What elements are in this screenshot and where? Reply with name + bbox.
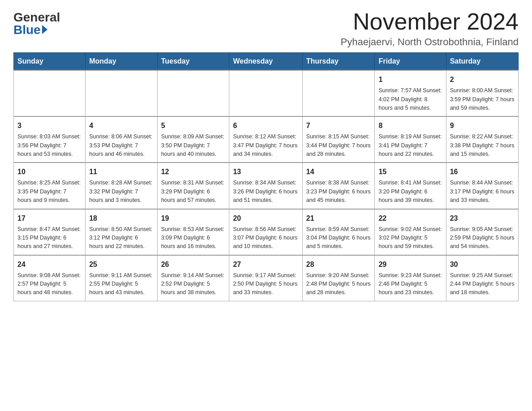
day-info: Sunrise: 8:38 AM Sunset: 3:23 PM Dayligh… — [306, 179, 371, 205]
day-info: Sunrise: 9:25 AM Sunset: 2:44 PM Dayligh… — [450, 271, 515, 297]
day-number: 16 — [450, 167, 515, 177]
day-number: 9 — [450, 120, 515, 131]
calendar-table: SundayMondayTuesdayWednesdayThursdayFrid… — [13, 52, 519, 301]
day-info: Sunrise: 7:57 AM Sunset: 4:02 PM Dayligh… — [378, 86, 442, 112]
calendar-cell: 8Sunrise: 8:19 AM Sunset: 3:41 PM Daylig… — [375, 116, 446, 163]
logo-blue-text: Blue — [13, 24, 47, 36]
weekday-header-saturday: Saturday — [446, 53, 518, 71]
calendar-week-row: 10Sunrise: 8:25 AM Sunset: 3:35 PM Dayli… — [14, 163, 519, 209]
calendar-cell: 20Sunrise: 8:56 AM Sunset: 3:07 PM Dayli… — [229, 209, 302, 255]
calendar-cell: 1Sunrise: 7:57 AM Sunset: 4:02 PM Daylig… — [375, 70, 446, 116]
calendar-cell: 5Sunrise: 8:09 AM Sunset: 3:50 PM Daylig… — [157, 116, 229, 163]
calendar-cell: 12Sunrise: 8:31 AM Sunset: 3:29 PM Dayli… — [157, 163, 229, 209]
logo: General Blue — [13, 9, 60, 36]
day-number: 21 — [306, 213, 371, 224]
page-header: General Blue November 2024 Pyhaejaervi, … — [13, 9, 519, 48]
calendar-cell: 3Sunrise: 8:03 AM Sunset: 3:56 PM Daylig… — [14, 116, 86, 163]
calendar-cell: 29Sunrise: 9:23 AM Sunset: 2:46 PM Dayli… — [375, 255, 446, 301]
day-info: Sunrise: 8:50 AM Sunset: 3:12 PM Dayligh… — [89, 225, 153, 251]
calendar-cell: 15Sunrise: 8:41 AM Sunset: 3:20 PM Dayli… — [375, 163, 446, 209]
day-number: 18 — [89, 213, 153, 224]
calendar-week-row: 24Sunrise: 9:08 AM Sunset: 2:57 PM Dayli… — [14, 255, 519, 301]
calendar-cell: 24Sunrise: 9:08 AM Sunset: 2:57 PM Dayli… — [14, 255, 86, 301]
day-info: Sunrise: 8:09 AM Sunset: 3:50 PM Dayligh… — [161, 133, 226, 158]
day-info: Sunrise: 8:06 AM Sunset: 3:53 PM Dayligh… — [89, 133, 153, 158]
day-number: 17 — [17, 213, 82, 224]
calendar-cell: 26Sunrise: 9:14 AM Sunset: 2:52 PM Dayli… — [157, 255, 229, 301]
calendar-cell — [229, 70, 302, 116]
day-number: 30 — [450, 259, 515, 270]
day-number: 7 — [306, 120, 371, 131]
day-number: 10 — [17, 167, 82, 177]
day-info: Sunrise: 9:17 AM Sunset: 2:50 PM Dayligh… — [233, 271, 298, 297]
calendar-cell — [14, 70, 86, 116]
calendar-cell — [86, 70, 157, 116]
calendar-cell: 6Sunrise: 8:12 AM Sunset: 3:47 PM Daylig… — [229, 116, 302, 163]
calendar-cell: 21Sunrise: 8:59 AM Sunset: 3:04 PM Dayli… — [302, 209, 375, 255]
day-info: Sunrise: 8:59 AM Sunset: 3:04 PM Dayligh… — [306, 225, 371, 251]
day-info: Sunrise: 8:00 AM Sunset: 3:59 PM Dayligh… — [450, 86, 515, 112]
day-info: Sunrise: 9:14 AM Sunset: 2:52 PM Dayligh… — [161, 271, 226, 297]
day-info: Sunrise: 9:23 AM Sunset: 2:46 PM Dayligh… — [378, 271, 442, 297]
day-info: Sunrise: 8:41 AM Sunset: 3:20 PM Dayligh… — [378, 179, 442, 205]
day-number: 15 — [378, 167, 442, 177]
day-number: 20 — [233, 213, 298, 224]
calendar-cell: 16Sunrise: 8:44 AM Sunset: 3:17 PM Dayli… — [446, 163, 518, 209]
calendar-cell: 7Sunrise: 8:15 AM Sunset: 3:44 PM Daylig… — [302, 116, 375, 163]
day-number: 6 — [233, 120, 298, 131]
weekday-header-thursday: Thursday — [302, 53, 375, 71]
calendar-cell: 13Sunrise: 8:34 AM Sunset: 3:26 PM Dayli… — [229, 163, 302, 209]
day-number: 5 — [161, 120, 226, 131]
calendar-cell: 30Sunrise: 9:25 AM Sunset: 2:44 PM Dayli… — [446, 255, 518, 301]
day-number: 11 — [89, 167, 153, 177]
calendar-cell: 2Sunrise: 8:00 AM Sunset: 3:59 PM Daylig… — [446, 70, 518, 116]
calendar-week-row: 17Sunrise: 8:47 AM Sunset: 3:15 PM Dayli… — [14, 209, 519, 255]
calendar-cell — [157, 70, 229, 116]
day-info: Sunrise: 8:19 AM Sunset: 3:41 PM Dayligh… — [378, 133, 442, 158]
weekday-header-sunday: Sunday — [14, 53, 86, 71]
calendar-cell: 25Sunrise: 9:11 AM Sunset: 2:55 PM Dayli… — [86, 255, 157, 301]
day-number: 27 — [233, 259, 298, 270]
weekday-header-monday: Monday — [86, 53, 157, 71]
calendar-cell: 11Sunrise: 8:28 AM Sunset: 3:32 PM Dayli… — [86, 163, 157, 209]
day-number: 22 — [378, 213, 442, 224]
day-number: 24 — [17, 259, 82, 270]
weekday-header-wednesday: Wednesday — [229, 53, 302, 71]
calendar-cell: 17Sunrise: 8:47 AM Sunset: 3:15 PM Dayli… — [14, 209, 86, 255]
calendar-cell: 19Sunrise: 8:53 AM Sunset: 3:09 PM Dayli… — [157, 209, 229, 255]
weekday-header-friday: Friday — [375, 53, 446, 71]
day-number: 3 — [17, 120, 82, 131]
day-info: Sunrise: 8:34 AM Sunset: 3:26 PM Dayligh… — [233, 179, 298, 205]
calendar-cell: 27Sunrise: 9:17 AM Sunset: 2:50 PM Dayli… — [229, 255, 302, 301]
day-info: Sunrise: 8:15 AM Sunset: 3:44 PM Dayligh… — [306, 133, 371, 158]
weekday-header-tuesday: Tuesday — [157, 53, 229, 71]
day-number: 8 — [378, 120, 442, 131]
day-info: Sunrise: 9:11 AM Sunset: 2:55 PM Dayligh… — [89, 271, 153, 297]
day-number: 26 — [161, 259, 226, 270]
day-number: 19 — [161, 213, 226, 224]
day-info: Sunrise: 8:28 AM Sunset: 3:32 PM Dayligh… — [89, 179, 153, 205]
day-number: 14 — [306, 167, 371, 177]
day-info: Sunrise: 8:22 AM Sunset: 3:38 PM Dayligh… — [450, 133, 515, 158]
calendar-cell: 18Sunrise: 8:50 AM Sunset: 3:12 PM Dayli… — [86, 209, 157, 255]
calendar-cell: 9Sunrise: 8:22 AM Sunset: 3:38 PM Daylig… — [446, 116, 518, 163]
calendar-cell: 14Sunrise: 8:38 AM Sunset: 3:23 PM Dayli… — [302, 163, 375, 209]
calendar-cell — [302, 70, 375, 116]
day-info: Sunrise: 9:20 AM Sunset: 2:48 PM Dayligh… — [306, 271, 371, 297]
day-number: 23 — [450, 213, 515, 224]
day-info: Sunrise: 8:31 AM Sunset: 3:29 PM Dayligh… — [161, 179, 226, 205]
day-number: 29 — [378, 259, 442, 270]
day-number: 28 — [306, 259, 371, 270]
logo-general-text: General — [13, 11, 60, 24]
day-number: 4 — [89, 120, 153, 131]
day-info: Sunrise: 9:05 AM Sunset: 2:59 PM Dayligh… — [450, 225, 515, 251]
calendar-cell: 23Sunrise: 9:05 AM Sunset: 2:59 PM Dayli… — [446, 209, 518, 255]
weekday-header-row: SundayMondayTuesdayWednesdayThursdayFrid… — [14, 53, 519, 71]
day-info: Sunrise: 8:56 AM Sunset: 3:07 PM Dayligh… — [233, 225, 298, 251]
calendar-cell: 28Sunrise: 9:20 AM Sunset: 2:48 PM Dayli… — [302, 255, 375, 301]
day-info: Sunrise: 8:03 AM Sunset: 3:56 PM Dayligh… — [17, 133, 82, 158]
day-number: 12 — [161, 167, 226, 177]
day-number: 25 — [89, 259, 153, 270]
day-info: Sunrise: 9:02 AM Sunset: 3:02 PM Dayligh… — [378, 225, 442, 251]
calendar-cell: 4Sunrise: 8:06 AM Sunset: 3:53 PM Daylig… — [86, 116, 157, 163]
